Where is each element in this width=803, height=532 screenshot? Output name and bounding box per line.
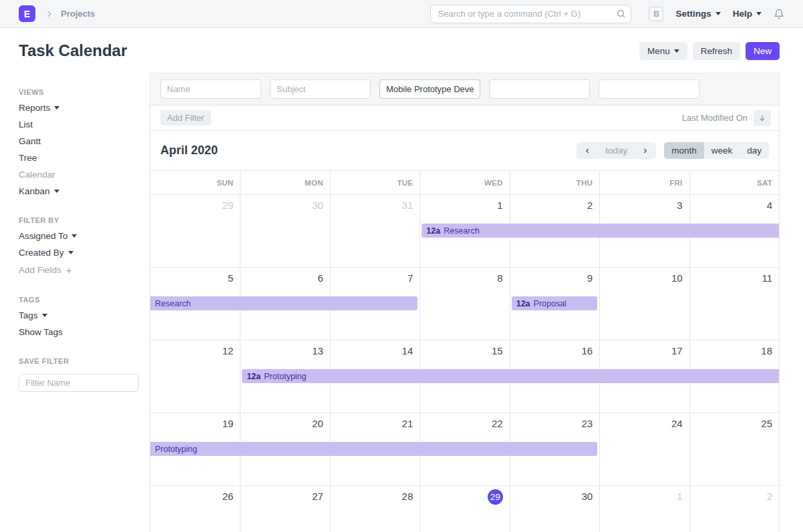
sort-direction-button[interactable] [754, 110, 771, 126]
filter-fields-row [150, 73, 779, 105]
view-button-month[interactable]: month [664, 142, 704, 159]
calendar-grid: SUNMONTUEWEDTHUFRISAT 293031123412aResea… [150, 170, 779, 532]
sidebar-item-label: Tags [19, 310, 38, 320]
sort-area: Last Modified On [682, 110, 771, 126]
menu-button-label: Menu [647, 46, 670, 56]
chevron-down-icon [674, 49, 679, 53]
add-filter-button[interactable]: Add Filter [160, 110, 211, 125]
day-header-fri: FRI [599, 171, 689, 194]
calendar-weeks: 293031123412aResearch567891011Research12… [150, 195, 779, 532]
user-avatar[interactable]: B [649, 7, 663, 21]
sidebar-item-gantt[interactable]: Gantt [19, 133, 136, 150]
chevron-right-icon [45, 9, 54, 19]
menu-button[interactable]: Menu [639, 42, 687, 60]
chevron-down-icon [54, 106, 59, 109]
event-time: 12a [516, 299, 530, 308]
sidebar-item-tags[interactable]: Tags [19, 307, 136, 324]
calendar-day-headers: SUNMONTUEWEDTHUFRISAT [150, 171, 779, 195]
week-row-3: 1213141516171812aPrototyping [150, 340, 779, 413]
today-date-badge: 29 [488, 489, 503, 505]
sort-field-label[interactable]: Last Modified On [682, 113, 748, 123]
filter-input-project[interactable] [379, 79, 480, 99]
tags-list: TagsShow Tags [19, 307, 136, 340]
day-cell-30-adjacent[interactable]: 30 [240, 195, 329, 267]
help-label: Help [733, 9, 752, 19]
sidebar-item-created-by[interactable]: Created By [19, 244, 136, 261]
calendar-event-research[interactable]: Research [150, 296, 418, 310]
day-cell-2-adjacent[interactable]: 2 [689, 486, 779, 532]
tags-section-label: TAGS [19, 296, 136, 304]
filter-input-field-4[interactable] [489, 79, 590, 99]
sidebar-item-label: Gantt [19, 136, 41, 146]
chevron-down-icon [42, 314, 47, 317]
day-cell-1-adjacent[interactable]: 1 [599, 486, 689, 532]
day-header-thu: THU [510, 171, 599, 194]
filter-input-subject[interactable] [270, 79, 371, 99]
event-time: 12a [247, 372, 261, 381]
next-month-button[interactable] [635, 142, 656, 159]
sidebar-item-add-fields[interactable]: Add Fields+ [19, 261, 136, 279]
today-button[interactable]: today [598, 142, 635, 159]
day-cell-29-adjacent[interactable]: 29 [150, 195, 240, 267]
refresh-button[interactable]: Refresh [693, 42, 740, 60]
event-title: Research [444, 226, 480, 236]
view-button-week[interactable]: week [704, 142, 740, 159]
sidebar-item-label: Kanban [19, 186, 50, 196]
settings-label: Settings [675, 9, 711, 19]
day-cell-31-adjacent[interactable]: 31 [330, 195, 420, 267]
chevron-down-icon [756, 12, 762, 15]
day-cell-26[interactable]: 26 [150, 486, 240, 532]
calendar-toolbar-buttons: today monthweekday [577, 142, 769, 159]
sidebar-item-list[interactable]: List [19, 116, 136, 133]
sidebar-item-assigned-to[interactable]: Assigned To [19, 228, 136, 244]
calendar-toolbar: April 2020 today monthweekday [150, 131, 779, 170]
calendar-event-research[interactable]: 12aResearch [422, 224, 779, 238]
plus-icon: + [66, 264, 72, 276]
event-title: Proposal [534, 299, 567, 308]
day-cell-29[interactable]: 29 [420, 486, 509, 532]
day-cell-28[interactable]: 28 [330, 486, 420, 532]
main-content: Add Filter Last Modified On April 2020 [150, 73, 780, 532]
day-cell-24[interactable]: 24 [599, 413, 689, 485]
breadcrumb[interactable]: Projects [61, 9, 95, 19]
page-title: Task Calendar [19, 41, 127, 60]
help-menu[interactable]: Help [733, 9, 762, 19]
body: VIEWS ReportsListGanttTreeCalendarKanban… [0, 73, 803, 532]
filter-input-field-5[interactable] [599, 79, 699, 99]
sidebar-item-label: List [19, 119, 33, 129]
settings-menu[interactable]: Settings [675, 9, 720, 19]
week-row-2: 567891011Research12aProposal [150, 268, 779, 340]
day-cell-10[interactable]: 10 [599, 268, 689, 340]
day-cell-11[interactable]: 11 [689, 268, 779, 340]
calendar-event-prototyping[interactable]: 12aPrototyping [242, 369, 779, 383]
chevron-down-icon [71, 234, 77, 238]
calendar-view-group: monthweekday [664, 142, 769, 159]
search-input[interactable] [430, 5, 631, 23]
views-list: ReportsListGanttTreeCalendarKanban [19, 99, 136, 200]
sidebar-item-label: Show Tags [19, 327, 63, 337]
calendar-event-proposal[interactable]: 12aProposal [512, 296, 597, 310]
week-row-5: 262728293012 [150, 486, 779, 532]
prev-month-button[interactable] [577, 142, 598, 159]
day-cell-12[interactable]: 12 [150, 340, 240, 413]
day-cell-30[interactable]: 30 [510, 486, 599, 532]
calendar-month-title: April 2020 [160, 144, 218, 158]
calendar-event-prototyping[interactable]: Prototyping [150, 442, 597, 456]
sidebar-item-reports[interactable]: Reports [19, 99, 136, 116]
notifications-bell-icon[interactable] [774, 9, 784, 19]
app-logo[interactable]: E [19, 5, 35, 22]
sidebar-item-kanban[interactable]: Kanban [19, 183, 136, 200]
day-cell-27[interactable]: 27 [240, 486, 329, 532]
view-button-day[interactable]: day [740, 142, 769, 159]
chevron-down-icon [54, 190, 59, 193]
new-button[interactable]: New [746, 42, 780, 60]
day-cell-8[interactable]: 8 [420, 268, 509, 340]
filter-name-input[interactable] [19, 374, 139, 392]
day-header-wed: WED [420, 171, 509, 194]
sidebar-item-tree[interactable]: Tree [19, 150, 136, 166]
filter-input-name[interactable] [160, 79, 261, 99]
sidebar-item-calendar[interactable]: Calendar [19, 166, 136, 183]
sidebar-item-label: Add Fields [19, 265, 61, 275]
day-cell-25[interactable]: 25 [689, 413, 779, 485]
sidebar-item-show-tags[interactable]: Show Tags [19, 324, 136, 340]
